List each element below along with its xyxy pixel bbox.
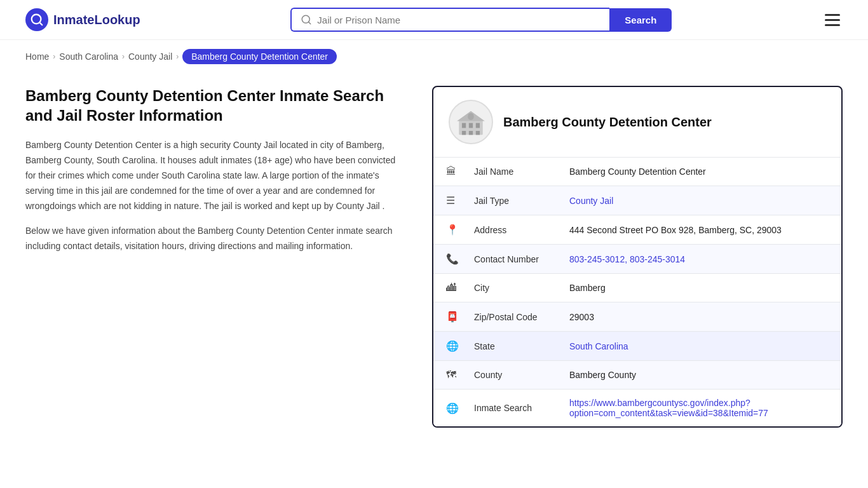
row-link[interactable]: County Jail [569,196,613,206]
svg-line-3 [309,22,311,24]
row-icon: 🗺 [433,361,461,390]
row-value: Bamberg County Detention Center [557,158,841,186]
left-column: Bamberg County Detention Center Inmate S… [25,86,432,264]
search-input[interactable] [317,15,600,25]
row-value: Bamberg County [557,361,841,390]
row-link[interactable]: South Carolina [569,341,628,351]
row-icon: 🏛 [433,158,461,186]
table-row: ☰Jail TypeCounty Jail [433,186,841,215]
table-row: 🏙CityBamberg [433,274,841,302]
info-card: Bamberg County Detention Center 🏛Jail Na… [432,86,843,428]
svg-rect-10 [476,131,480,135]
description-paragraph-1: Bamberg County Detention Center is a hig… [25,138,407,214]
search-button[interactable]: Search [609,8,672,32]
row-value: South Carolina [557,332,841,361]
card-header: Bamberg County Detention Center [433,87,841,158]
hamburger-line-1 [825,14,840,16]
table-row: 🗺CountyBamberg County [433,361,841,390]
row-icon: 🌐 [433,332,461,361]
facility-building-icon [455,106,487,138]
svg-rect-7 [476,123,480,128]
row-value: https://www.bambergcountysc.gov/index.ph… [557,390,841,427]
right-column: Bamberg County Detention Center 🏛Jail Na… [432,86,843,428]
logo-link[interactable]: InmateLookup [25,8,140,31]
header: InmateLookup Search [0,0,868,40]
row-value: Bamberg [557,274,841,302]
table-row: 📍Address444 Second Street PO Box 928, Ba… [433,215,841,245]
row-label: County [461,361,557,390]
row-value: 444 Second Street PO Box 928, Bamberg, S… [557,215,841,245]
search-icon [301,14,312,25]
row-label: Jail Type [461,186,557,215]
menu-button[interactable] [822,11,843,29]
breadcrumb-type[interactable]: County Jail [128,51,172,62]
info-table: 🏛Jail NameBamberg County Detention Cente… [433,158,841,426]
hamburger-line-3 [825,24,840,26]
chevron-icon-2: › [122,52,125,61]
row-label: Inmate Search [461,390,557,427]
breadcrumb-current: Bamberg County Detention Center [182,49,337,64]
hamburger-line-2 [825,19,840,21]
row-link[interactable]: 803-245-3012, 803-245-3014 [569,254,685,264]
description-paragraph-2: Below we have given information about th… [25,224,407,254]
row-value: County Jail [557,186,841,215]
svg-rect-5 [462,123,466,128]
table-row: 📮Zip/Postal Code29003 [433,302,841,332]
row-value: 803-245-3012, 803-245-3014 [557,245,841,274]
search-bar: Search [290,8,672,32]
table-row: 🌐StateSouth Carolina [433,332,841,361]
search-input-wrapper [290,8,609,32]
row-value: 29003 [557,302,841,332]
row-label: City [461,274,557,302]
svg-rect-8 [462,131,466,135]
logo-text: InmateLookup [53,13,140,27]
row-label: Address [461,215,557,245]
row-icon: 📞 [433,245,461,274]
row-icon: 📍 [433,215,461,245]
chevron-icon-3: › [176,52,179,61]
row-icon: 📮 [433,302,461,332]
table-row: 🌐Inmate Searchhttps://www.bambergcountys… [433,390,841,427]
page-heading: Bamberg County Detention Center Inmate S… [25,86,407,125]
svg-line-1 [39,22,42,25]
table-row: 🏛Jail NameBamberg County Detention Cente… [433,158,841,186]
svg-rect-12 [468,113,473,120]
row-label: Zip/Postal Code [461,302,557,332]
logo-icon [25,8,48,31]
facility-image [449,100,493,144]
row-icon: 🌐 [433,390,461,427]
row-icon: ☰ [433,186,461,215]
breadcrumb-state[interactable]: South Carolina [59,51,118,62]
chevron-icon-1: › [53,52,55,61]
breadcrumb: Home › South Carolina › County Jail › Ba… [0,40,868,73]
row-label: State [461,332,557,361]
card-facility-name: Bamberg County Detention Center [503,115,712,130]
svg-rect-6 [469,123,473,128]
table-row: 📞Contact Number803-245-3012, 803-245-301… [433,245,841,274]
row-label: Jail Name [461,158,557,186]
row-label: Contact Number [461,245,557,274]
row-icon: 🏙 [433,274,461,302]
main-content: Bamberg County Detention Center Inmate S… [0,73,868,453]
row-link[interactable]: https://www.bambergcountysc.gov/index.ph… [569,398,768,418]
svg-rect-9 [469,131,473,135]
breadcrumb-home[interactable]: Home [25,51,49,62]
